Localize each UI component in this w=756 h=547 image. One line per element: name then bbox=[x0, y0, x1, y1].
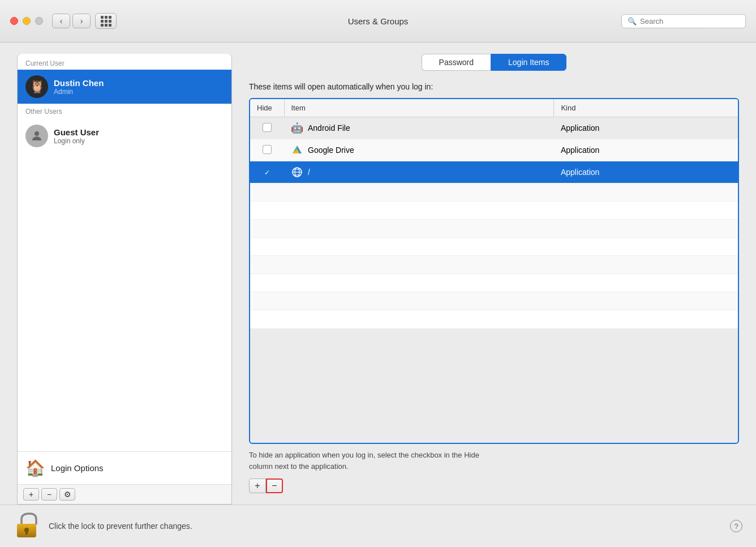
sidebar-spacer bbox=[18, 153, 231, 451]
table-empty-row bbox=[250, 202, 738, 220]
current-user-name: Dustin Chen bbox=[54, 78, 104, 88]
col-header-item: Item bbox=[284, 99, 554, 117]
grid-button[interactable] bbox=[95, 13, 117, 29]
lock-svg bbox=[15, 511, 38, 541]
tabs-row: Password Login Items bbox=[249, 54, 739, 71]
lock-icon[interactable] bbox=[14, 511, 40, 541]
items-add-button[interactable]: + bbox=[249, 478, 266, 493]
item-name-2: Google Drive bbox=[308, 146, 354, 155]
grid-icon bbox=[101, 16, 111, 27]
minimize-button[interactable] bbox=[23, 17, 31, 25]
table-empty-row bbox=[250, 256, 738, 274]
items-table-wrapper: Hide Item Kind 🤖 Androi bbox=[249, 98, 739, 444]
table-empty-row bbox=[250, 310, 738, 328]
guest-user-avatar bbox=[25, 125, 48, 147]
guest-user-name: Guest User bbox=[54, 127, 99, 137]
checkbox-unchecked-icon[interactable] bbox=[263, 145, 272, 154]
help-button[interactable]: ? bbox=[730, 520, 742, 532]
current-user-info: Dustin Chen Admin bbox=[54, 78, 104, 96]
table-empty-row bbox=[250, 238, 738, 256]
table-row[interactable]: ✓ bbox=[250, 161, 738, 183]
kind-cell-2: Application bbox=[554, 139, 738, 161]
current-user-label: Current User bbox=[18, 54, 231, 70]
main-content: Current User 🦉 Dustin Chen Admin Other U… bbox=[0, 42, 756, 505]
table-empty-row bbox=[250, 183, 738, 202]
table-header-row: Hide Item Kind bbox=[250, 99, 738, 117]
forward-button[interactable]: › bbox=[72, 14, 91, 28]
col-header-kind: Kind bbox=[554, 99, 738, 117]
titlebar: ‹ › Users & Groups 🔍 bbox=[0, 0, 756, 42]
sidebar-gear-button[interactable]: ⚙ bbox=[59, 488, 75, 501]
table-row[interactable]: 🤖 Android File Application bbox=[250, 117, 738, 139]
item-cell-1: 🤖 Android File bbox=[284, 117, 554, 139]
login-options-label: Login Options bbox=[51, 463, 104, 473]
search-input[interactable] bbox=[640, 17, 740, 25]
bottom-bar: Click the lock to prevent further change… bbox=[0, 505, 756, 547]
items-remove-button[interactable]: − bbox=[266, 478, 283, 493]
search-icon: 🔍 bbox=[628, 17, 637, 25]
item-cell-3: / bbox=[284, 161, 554, 183]
sidebar: Current User 🦉 Dustin Chen Admin Other U… bbox=[17, 54, 232, 505]
android-icon: 🤖 bbox=[291, 122, 303, 134]
sidebar-remove-button[interactable]: − bbox=[41, 488, 57, 501]
table-empty-row bbox=[250, 220, 738, 238]
col-header-hide: Hide bbox=[250, 99, 284, 117]
table-row[interactable]: Google Drive Application bbox=[250, 139, 738, 161]
current-user-role: Admin bbox=[54, 88, 104, 96]
sidebar-toolbar: + − ⚙ bbox=[18, 484, 231, 504]
checkbox-checked-icon[interactable]: ✓ bbox=[263, 168, 272, 177]
tab-login-items[interactable]: Login Items bbox=[491, 54, 566, 71]
kind-cell-1: Application bbox=[554, 117, 738, 139]
back-button[interactable]: ‹ bbox=[52, 14, 70, 28]
lock-text: Click the lock to prevent further change… bbox=[49, 522, 192, 531]
window-title: Users & Groups bbox=[348, 16, 409, 26]
guest-user-info: Guest User Login only bbox=[54, 127, 99, 145]
kind-cell-3: Application bbox=[554, 161, 738, 183]
table-description: These items will open automatically when… bbox=[249, 82, 739, 91]
items-toolbar: + − bbox=[249, 478, 739, 493]
hide-checkbox-3[interactable]: ✓ bbox=[250, 161, 284, 183]
search-bar: 🔍 bbox=[621, 14, 746, 28]
network-icon bbox=[291, 166, 303, 178]
maximize-button[interactable] bbox=[35, 17, 43, 25]
guest-user-item[interactable]: Guest User Login only bbox=[18, 119, 231, 153]
table-empty-row bbox=[250, 274, 738, 292]
drive-icon bbox=[291, 144, 303, 156]
item-cell-2: Google Drive bbox=[284, 139, 554, 161]
item-name-3: / bbox=[308, 168, 310, 177]
checkbox-unchecked-icon[interactable] bbox=[263, 123, 272, 132]
hint-text: To hide an application when you log in, … bbox=[249, 450, 739, 472]
login-options-item[interactable]: 🏠 Login Options bbox=[18, 451, 231, 484]
sidebar-add-button[interactable]: + bbox=[23, 488, 39, 501]
home-icon: 🏠 bbox=[25, 459, 45, 477]
svg-rect-12 bbox=[25, 531, 28, 535]
table-empty-row bbox=[250, 292, 738, 310]
tab-password[interactable]: Password bbox=[422, 54, 491, 71]
other-users-label: Other Users bbox=[18, 104, 231, 119]
current-user-item[interactable]: 🦉 Dustin Chen Admin bbox=[18, 70, 231, 104]
guest-user-sub: Login only bbox=[54, 137, 99, 145]
item-name-1: Android File bbox=[308, 123, 350, 133]
hide-checkbox-2[interactable] bbox=[250, 139, 284, 161]
current-user-avatar: 🦉 bbox=[25, 75, 48, 98]
right-panel: Password Login Items These items will op… bbox=[232, 42, 756, 505]
svg-point-0 bbox=[35, 131, 39, 136]
close-button[interactable] bbox=[10, 17, 18, 25]
nav-buttons: ‹ › bbox=[52, 14, 91, 28]
traffic-lights bbox=[10, 17, 43, 25]
hide-checkbox-1[interactable] bbox=[250, 117, 284, 139]
items-table: Hide Item Kind 🤖 Androi bbox=[250, 99, 738, 328]
